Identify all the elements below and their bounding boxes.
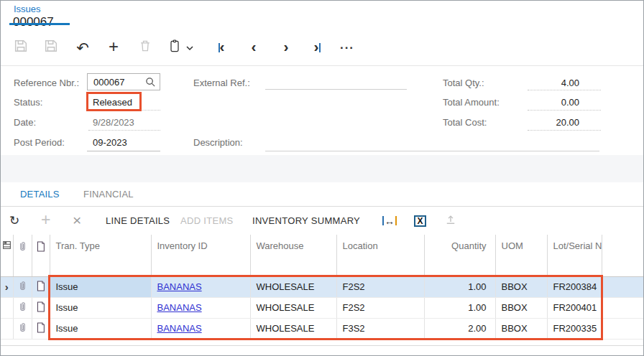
add-items-button[interactable]: ADD ITEMS	[180, 207, 233, 235]
external-ref-label: External Ref.:	[193, 78, 250, 88]
reference-nbr-input[interactable]: 000067	[87, 73, 160, 90]
inventory-id-link[interactable]: BANANAS	[157, 323, 202, 334]
column-header-quantity[interactable]: Quantity	[424, 235, 495, 276]
paperclip-icon	[19, 322, 27, 333]
clipboard-menu-button[interactable]	[183, 38, 196, 57]
add-new-record-button[interactable]: +	[104, 38, 124, 57]
column-header-uom[interactable]: UOM	[495, 235, 547, 276]
cell-filler	[602, 276, 643, 297]
go-previous-record-button[interactable]: ‹	[244, 38, 264, 57]
note-cell[interactable]	[32, 318, 50, 339]
export-excel-button[interactable]: X	[414, 207, 426, 235]
cell-tran-type[interactable]: Issue	[50, 276, 151, 297]
cell-location[interactable]: F2S2	[336, 297, 424, 318]
table-row[interactable]: Issue BANANAS WHOLESALE F2S2 1.00 BBOX F…	[1, 297, 643, 318]
cell-warehouse[interactable]: WHOLESALE	[250, 297, 336, 318]
current-row-marker-icon: ›	[5, 281, 9, 293]
cell-filler	[602, 297, 643, 318]
external-ref-field[interactable]	[265, 89, 407, 90]
inventory-id-link[interactable]: BANANAS	[157, 281, 202, 292]
cancel-button[interactable]: ↶	[73, 38, 93, 57]
tab-details[interactable]: DETAILS	[9, 182, 70, 206]
inventory-summary-button[interactable]: INVENTORY SUMMARY	[252, 207, 360, 235]
status-label: Status:	[14, 97, 42, 108]
column-header-tran-type[interactable]: Tran. Type	[50, 235, 151, 276]
cell-location[interactable]: F3S2	[336, 318, 424, 339]
more-actions-button[interactable]: ···	[337, 38, 357, 57]
cell-tran-type[interactable]: Issue	[50, 318, 151, 339]
grid-toolbar: ↻ + × LINE DETAILS ADD ITEMS INVENTORY S…	[1, 207, 643, 235]
add-items-label: ADD ITEMS	[180, 215, 233, 226]
ellipsis-icon: ···	[340, 42, 354, 54]
toolbar-divider	[1, 65, 643, 66]
tab-financial[interactable]: FINANCIAL	[73, 182, 144, 206]
search-icon[interactable]	[145, 77, 160, 88]
save-close-button[interactable]	[11, 38, 31, 57]
row-selector-cell[interactable]	[1, 297, 13, 318]
go-first-record-button[interactable]: ‹	[211, 38, 231, 57]
tab-bar: DETAILS FINANCIAL	[1, 182, 643, 207]
save-button[interactable]	[41, 38, 61, 57]
cell-uom[interactable]: BBOX	[495, 318, 547, 339]
line-details-button[interactable]: LINE DETAILS	[106, 207, 170, 235]
breadcrumb[interactable]: Issues	[14, 4, 41, 14]
row-selector-cell[interactable]: ›	[1, 276, 13, 297]
delete-row-button[interactable]: ×	[73, 207, 81, 235]
chevron-down-icon	[186, 41, 193, 54]
attachment-cell[interactable]	[13, 276, 32, 297]
table-row[interactable]: Issue BANANAS WHOLESALE F3S2 2.00 BBOX F…	[1, 318, 643, 339]
tab-details-label: DETAILS	[20, 189, 60, 200]
cell-quantity[interactable]: 1.00	[424, 297, 495, 318]
inventory-summary-label: INVENTORY SUMMARY	[252, 215, 360, 226]
attachment-cell[interactable]	[13, 318, 32, 339]
note-icon	[36, 301, 45, 312]
refresh-button[interactable]: ↻	[9, 207, 19, 235]
note-cell[interactable]	[32, 297, 50, 318]
cell-lot-serial[interactable]: FR200335	[547, 318, 602, 339]
row-selector-cell[interactable]	[1, 318, 13, 339]
date-underline	[88, 130, 160, 131]
cell-uom[interactable]: BBOX	[495, 276, 547, 297]
description-field[interactable]	[265, 151, 599, 151]
column-header-warehouse[interactable]: Warehouse	[250, 235, 336, 276]
inventory-id-link[interactable]: BANANAS	[157, 302, 202, 313]
paperclip-icon	[19, 301, 27, 312]
refresh-icon: ↻	[9, 215, 19, 227]
note-cell[interactable]	[32, 276, 50, 297]
fit-to-screen-button[interactable]: ↔	[382, 207, 397, 235]
cell-uom[interactable]: BBOX	[495, 297, 547, 318]
fit-arrows-icon: ↔	[385, 216, 395, 226]
column-header-lot-serial[interactable]: Lot/Serial Nbr.	[547, 235, 602, 276]
cell-warehouse[interactable]: WHOLESALE	[250, 276, 336, 297]
add-row-button[interactable]: +	[41, 207, 50, 235]
attachment-cell[interactable]	[13, 297, 32, 318]
chevron-left-icon: ‹	[220, 39, 225, 54]
clipboard-button[interactable]	[165, 38, 185, 57]
go-last-record-button[interactable]: ›	[307, 38, 327, 57]
cell-lot-serial[interactable]: FR200401	[547, 297, 602, 318]
column-header-location[interactable]: Location	[336, 235, 424, 276]
column-header-inventory-id[interactable]: Inventory ID	[151, 235, 250, 276]
cell-location[interactable]: F2S2	[336, 276, 424, 297]
post-period-value[interactable]: 09-2023	[93, 137, 127, 148]
description-label: Description:	[193, 137, 243, 148]
cell-quantity[interactable]: 2.00	[424, 318, 495, 339]
import-upload-button[interactable]	[444, 207, 457, 235]
cell-lot-serial[interactable]: FR200384	[547, 276, 602, 297]
grid-settings-header[interactable]	[1, 235, 13, 276]
cell-quantity[interactable]: 1.00	[424, 276, 495, 297]
go-next-record-button[interactable]: ›	[276, 38, 296, 57]
notes-column-header[interactable]	[32, 235, 50, 276]
total-qty-underline	[528, 90, 601, 90]
cell-warehouse[interactable]: WHOLESALE	[250, 318, 336, 339]
details-grid: Tran. Type Inventory ID Warehouse Locati…	[1, 235, 644, 339]
note-icon	[36, 280, 45, 291]
cell-tran-type[interactable]: Issue	[50, 297, 151, 318]
post-period-label: Post Period:	[14, 137, 65, 148]
plus-icon: +	[109, 38, 119, 55]
total-qty-label: Total Qty.:	[443, 78, 484, 88]
attachments-column-header[interactable]	[13, 235, 32, 276]
delete-button[interactable]	[135, 38, 155, 57]
fit-left-bar-icon	[382, 216, 384, 225]
table-row[interactable]: › Issue BANANAS WHOLESALE F2S2 1.00 BBOX…	[1, 276, 643, 297]
